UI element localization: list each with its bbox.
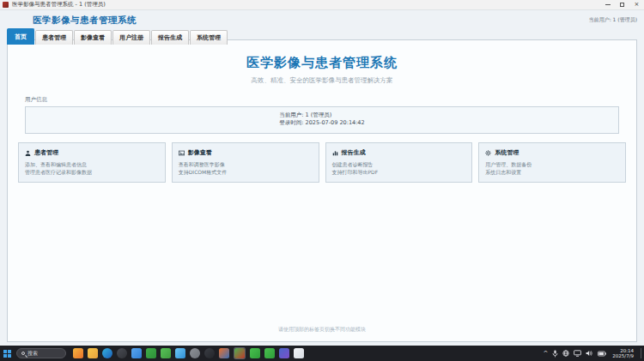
card-line: 支持DICOM格式文件 — [179, 169, 313, 177]
user-info-label: 用户信息 — [25, 96, 636, 104]
microphone-icon[interactable] — [552, 350, 558, 358]
language-globe-icon[interactable] — [562, 350, 569, 357]
gear-icon — [485, 150, 491, 156]
card-line: 支持打印和导出PDF — [332, 169, 466, 177]
tab-image-viewer[interactable]: 影像查看 — [74, 30, 112, 45]
card-title: 报告生成 — [342, 148, 366, 157]
active-app-icon[interactable] — [234, 347, 246, 359]
card-report-generation: 报告生成 创建患者诊断报告 支持打印和导出PDF — [325, 142, 473, 183]
play-app-icon-a[interactable] — [250, 348, 260, 358]
minimize-icon — [605, 4, 611, 5]
panel-footer-hint: 请使用顶部的标签页切换不同功能模块 — [8, 326, 636, 334]
user-icon — [25, 150, 31, 156]
card-title: 患者管理 — [34, 148, 58, 157]
home-panel: 医学影像与患者管理系统 高效、精准、安全的医学影像与患者管理解决方案 用户信息 … — [7, 39, 637, 342]
orange-blue-app-icon[interactable] — [219, 348, 229, 358]
creeper-icon[interactable] — [161, 348, 171, 358]
store-app-icon[interactable] — [131, 348, 142, 358]
tab-home[interactable]: 首页 — [7, 28, 34, 45]
tab-bar: 首页 患者管理 影像查看 用户注册 报告生成 系统管理 — [7, 28, 228, 45]
close-icon: × — [635, 2, 640, 8]
tab-patient-management[interactable]: 患者管理 — [35, 30, 73, 45]
app-header-title: 医学影像与患者管理系统 — [33, 15, 137, 27]
clock-date: 2025/7/9 — [612, 353, 634, 359]
header-current-user: 当前用户: 1 (管理员) — [589, 16, 637, 24]
taskbar-clock[interactable]: 20:14 2025/7/9 — [612, 348, 634, 359]
card-line: 用户管理、数据备份 — [485, 161, 619, 169]
card-image-viewer: 影像查看 查看和调整医学影像 支持DICOM格式文件 — [172, 142, 319, 183]
card-line: 管理患者医疗记录和影像数据 — [25, 169, 159, 177]
window-app-icon — [3, 2, 9, 8]
check-app-icon[interactable] — [175, 348, 185, 358]
report-icon — [332, 150, 338, 156]
feature-cards: 患者管理 添加、查看和编辑患者信息 管理患者医疗记录和影像数据 影像查看 查看和… — [18, 142, 626, 183]
user-info-box: 当前用户: 1 (管理员) 登录时间: 2025-07-09 20:14:42 — [25, 106, 619, 134]
system-tray: ^ 20:14 2025/7/9 — [543, 348, 642, 359]
taskbar-search[interactable]: 搜索 — [16, 348, 66, 358]
card-system-management: 系统管理 用户管理、数据备份 系统日志和设置 — [478, 142, 626, 183]
user-info-current-user: 当前用户: 1 (管理员) — [279, 111, 364, 119]
maximize-icon — [620, 3, 624, 7]
speaker-icon[interactable] — [586, 350, 593, 357]
card-title: 系统管理 — [495, 148, 519, 157]
image-icon — [179, 150, 185, 156]
pen-app-icon[interactable] — [73, 348, 83, 358]
taskbar-app-icons — [73, 347, 304, 359]
play-app-icon-b[interactable] — [264, 348, 275, 358]
card-title: 影像查看 — [188, 148, 212, 157]
app-window: 医学影像与患者管理系统 当前用户: 1 (管理员) 首页 患者管理 影像查看 用… — [0, 10, 644, 346]
minimize-button[interactable] — [600, 0, 615, 9]
green-app-icon[interactable] — [146, 348, 156, 358]
dark-circle-app-icon[interactable] — [204, 348, 215, 358]
taskbar: 搜索 ^ 20:14 2025/7/9 — [0, 346, 644, 361]
tab-report-generation[interactable]: 报告生成 — [151, 30, 189, 45]
maximize-button[interactable] — [615, 0, 629, 9]
search-label: 搜索 — [27, 350, 38, 358]
card-patient-management: 患者管理 添加、查看和编辑患者信息 管理患者医疗记录和影像数据 — [18, 142, 166, 183]
tab-user-registration[interactable]: 用户注册 — [112, 30, 150, 45]
window-title: 医学影像与患者管理系统 - 1 (管理员) — [12, 1, 106, 9]
edge-icon[interactable] — [102, 348, 112, 358]
windows-logo-icon — [3, 350, 7, 353]
start-button[interactable] — [3, 350, 11, 358]
display-icon[interactable] — [574, 350, 581, 357]
tab-system-management[interactable]: 系统管理 — [190, 30, 228, 45]
window-titlebar: 医学影像与患者管理系统 - 1 (管理员) × — [0, 0, 644, 10]
gear-app-icon[interactable] — [190, 348, 200, 358]
folder-icon[interactable] — [88, 348, 98, 358]
person-app-icon[interactable] — [279, 348, 289, 358]
card-line: 创建患者诊断报告 — [332, 161, 466, 169]
page-subtitle: 高效、精准、安全的医学影像与患者管理解决方案 — [8, 76, 636, 85]
card-line: 查看和调整医学影像 — [179, 161, 313, 169]
search-icon — [21, 352, 25, 355]
chevron-up-icon[interactable]: ^ — [543, 351, 548, 357]
battery-icon[interactable] — [598, 351, 606, 357]
card-line: 系统日志和设置 — [485, 169, 619, 177]
close-button[interactable]: × — [629, 0, 644, 9]
window-controls: × — [600, 0, 644, 9]
notepad-icon[interactable] — [294, 348, 304, 358]
user-info-login-time: 登录时间: 2025-07-09 20:14:42 — [279, 119, 364, 127]
card-line: 添加、查看和编辑患者信息 — [25, 161, 159, 169]
page-title: 医学影像与患者管理系统 — [8, 55, 636, 71]
show-desktop-button[interactable] — [641, 348, 642, 358]
obs-icon[interactable] — [117, 348, 127, 358]
